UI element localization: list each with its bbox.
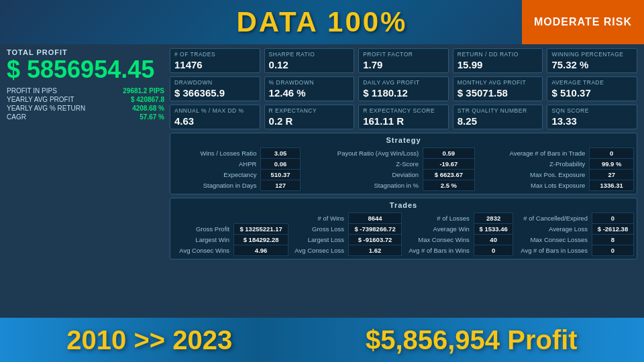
- stat-value: 57.67 %: [140, 113, 164, 121]
- metrics-container: # OF TRADES11476SHARPE RATIO0.12PROFIT F…: [170, 48, 637, 129]
- strategy-row: Expectancy510.37Deviation$ 6623.67Max Po…: [173, 170, 634, 180]
- metric-value: $ 366365.9: [174, 87, 256, 99]
- strategy-col-label: Max Lots Exposure: [474, 180, 590, 191]
- strategy-row: Wins / Losses Ratio3.05Payout Ratio (Avg…: [173, 148, 634, 159]
- trades-far-value: 8: [592, 235, 633, 245]
- stat-label: YEARLY AVG PROFIT: [7, 96, 74, 103]
- trades-mid-label: Avg Consec Loss: [288, 245, 349, 256]
- trades-mid-value: $ -91603.72: [349, 235, 402, 245]
- metric-box: R EXPECTANCY0.2 R: [264, 105, 355, 129]
- strategy-col-label: Z-Probability: [474, 159, 590, 170]
- trades-header-label: # of Wins: [288, 213, 349, 224]
- strategy-col-value: 0: [590, 148, 634, 159]
- metric-label: % DRAWDOWN: [269, 79, 350, 86]
- metric-value: 75.32 %: [551, 59, 633, 70]
- trades-section: Trades# of Wins8644# of Losses2832# of C…: [170, 198, 637, 259]
- metric-label: R EXPECTANCY: [269, 107, 350, 114]
- strategy-col-value: 1336.31: [590, 180, 634, 191]
- small-stat-row: YEARLY AVG % RETURN4208.68 %: [7, 105, 164, 112]
- metric-box: SQN SCORE13.33: [547, 105, 637, 129]
- strategy-row: Stagnation in Days127Stagnation in %2.5 …: [173, 180, 634, 191]
- footer-years: 2010 >> 2023: [66, 325, 232, 355]
- metric-label: STR QUALITY NUMBER: [458, 107, 539, 114]
- trades-left-label: Largest Win: [173, 235, 234, 245]
- trades-mid-label: Gross Loss: [288, 224, 349, 235]
- strategy-col-label: Max Pos. Exposure: [474, 170, 590, 180]
- trades-header-value: 0: [592, 213, 633, 224]
- metric-box: ANNUAL % / MAX DD %4.63: [170, 105, 260, 129]
- metric-label: SQN SCORE: [551, 107, 633, 114]
- left-panel: TOTAL PROFIT $ 5856954.45 PROFIT IN PIPS…: [7, 48, 164, 314]
- stat-value: 4208.68 %: [132, 105, 164, 112]
- metric-row: ANNUAL % / MAX DD %4.63R EXPECTANCY0.2 R…: [170, 105, 637, 129]
- trades-mid-label: Largest Loss: [288, 235, 349, 245]
- trades-left-value: $ 13255221.17: [234, 224, 288, 235]
- trades-far-label: Max Consec Losses: [513, 235, 592, 245]
- metric-value: 13.33: [551, 115, 633, 127]
- metric-value: 11476: [174, 59, 256, 70]
- small-stat-row: PROFIT IN PIPS29681.2 PIPS: [7, 87, 164, 95]
- trades-header-value: 8644: [349, 213, 402, 224]
- trades-data-row: Avg Consec Wins 4.96 Avg Consec Loss 1.6…: [173, 245, 634, 256]
- strategy-col-value: 127: [261, 180, 300, 191]
- strategy-col-label: AHPR: [173, 159, 261, 170]
- metric-label: DAILY AVG PROFIT: [363, 79, 444, 86]
- metric-value: 1.79: [363, 59, 444, 70]
- metric-label: WINNING PERCENTAGE: [551, 51, 633, 58]
- trades-header-label: # of Losses: [401, 213, 474, 224]
- metric-value: $ 510.37: [551, 87, 633, 99]
- trades-right-value: 40: [474, 235, 513, 245]
- stat-label: PROFIT IN PIPS: [7, 87, 57, 95]
- strategy-col-value: 510.37: [261, 170, 300, 180]
- metric-box: PROFIT FACTOR1.79: [358, 48, 449, 73]
- metric-label: SHARPE RATIO: [269, 51, 350, 58]
- metric-box: WINNING PERCENTAGE75.32 %: [547, 48, 637, 73]
- metric-label: R EXPECTANCY SCORE: [363, 107, 444, 114]
- strategy-col-label: Average # of Bars in Trade: [474, 148, 590, 159]
- strategy-col-value: 27: [590, 170, 634, 180]
- strategy-table: Wins / Losses Ratio3.05Payout Ratio (Avg…: [173, 147, 634, 191]
- trades-right-value: 0: [474, 245, 513, 256]
- metric-label: MONTHLY AVG PROFIT: [458, 79, 539, 86]
- trades-far-label: Avg # of Bars in Losses: [513, 245, 592, 256]
- metric-label: DRAWDOWN: [174, 79, 256, 86]
- metric-box: DRAWDOWN$ 366365.9: [170, 76, 260, 101]
- strategy-col-label: Z-Score: [300, 159, 423, 170]
- strategy-col-value: 3.05: [261, 148, 300, 159]
- trades-header-label: # of Cancelled/Expired: [513, 213, 592, 224]
- metric-value: $ 1180.12: [363, 87, 444, 99]
- metric-label: AVERAGE TRADE: [551, 79, 633, 86]
- trades-right-value: $ 1533.46: [474, 224, 513, 235]
- strategy-col-value: 99.9 %: [590, 159, 634, 170]
- strategy-col-value: 0.06: [261, 159, 300, 170]
- trades-right-label: Avg # of Bars in Wins: [401, 245, 474, 256]
- metric-value: 15.99: [458, 59, 539, 70]
- trades-left-value: 4.96: [234, 245, 288, 256]
- header-title: DATA 100%: [237, 6, 408, 38]
- metric-value: 0.2 R: [269, 115, 350, 127]
- trades-left-value: $ 184292.28: [234, 235, 288, 245]
- footer: 2010 >> 2023 $5,856,954 Profit: [0, 318, 644, 362]
- trades-title: Trades: [173, 201, 634, 209]
- strategy-col-value: 0.59: [423, 148, 475, 159]
- metric-box: MONTHLY AVG PROFIT$ 35071.58: [453, 76, 543, 101]
- stat-label: YEARLY AVG % RETURN: [7, 105, 85, 112]
- metric-box: R EXPECTANCY SCORE161.11 R: [358, 105, 449, 129]
- strategy-row: AHPR0.06Z-Score-19.67Z-Probability99.9 %: [173, 159, 634, 170]
- trades-header-value: 2832: [474, 213, 513, 224]
- metric-value: $ 35071.58: [458, 87, 539, 99]
- strategy-col-label: Stagnation in %: [300, 180, 423, 191]
- trades-data-row: Gross Profit $ 13255221.17 Gross Loss $ …: [173, 224, 634, 235]
- metric-value: 0.12: [269, 59, 350, 70]
- metric-box: STR QUALITY NUMBER8.25: [453, 105, 543, 129]
- metric-value: 8.25: [458, 115, 539, 127]
- header: DATA 100% MODERATE RISK: [0, 0, 644, 44]
- stat-label: CAGR: [7, 113, 26, 121]
- trades-far-label: Average Loss: [513, 224, 592, 235]
- stat-value: 29681.2 PIPS: [123, 87, 164, 95]
- strategy-col-label: Payout Ratio (Avg Win/Loss): [300, 148, 423, 159]
- strategy-col-value: $ 6623.67: [423, 170, 475, 180]
- trades-right-label: Max Consec Wins: [401, 235, 474, 245]
- trades-left-label: Avg Consec Wins: [173, 245, 234, 256]
- left-small-stats: PROFIT IN PIPS29681.2 PIPSYEARLY AVG PRO…: [7, 87, 164, 121]
